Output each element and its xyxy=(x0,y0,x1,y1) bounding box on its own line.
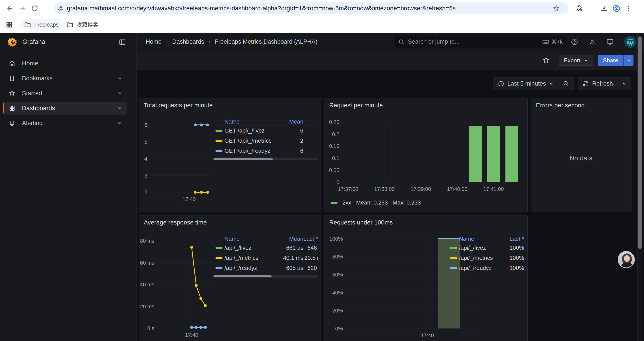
sidebar-item-starred[interactable]: Starred xyxy=(3,87,127,100)
legend-series-name[interactable]: 2xx xyxy=(342,199,351,206)
svg-text:20 ms: 20 ms xyxy=(140,303,154,309)
export-button[interactable]: Export xyxy=(559,55,593,66)
svg-text:0 s: 0 s xyxy=(147,325,154,331)
legend-row: GET /api/_/livez6 xyxy=(212,126,318,136)
breadcrumb-home[interactable]: Home xyxy=(146,38,162,45)
svg-text:17:41:00: 17:41:00 xyxy=(483,186,504,192)
kiosk-monitor-icon[interactable] xyxy=(606,38,614,46)
page-scrollbar-thumb[interactable] xyxy=(638,37,642,249)
floating-assistant-avatar[interactable] xyxy=(618,251,635,268)
sidebar-item-bookmarks[interactable]: Bookmarks xyxy=(3,72,127,85)
svg-text:17:38:00: 17:38:00 xyxy=(374,186,394,192)
refresh-interval-dropdown[interactable] xyxy=(617,78,631,90)
menu-kebab-icon[interactable] xyxy=(622,2,635,15)
refresh-icon xyxy=(582,80,589,87)
share-button[interactable]: Share xyxy=(598,55,624,66)
news-rss-icon[interactable] xyxy=(589,38,596,46)
svg-text:0.05: 0.05 xyxy=(329,167,339,173)
breadcrumb: Home › Dashboards › Freeleaps Metrics Da… xyxy=(146,33,318,51)
bookmark-star-icon[interactable] xyxy=(553,5,560,12)
sidebar-item-alerting[interactable]: Alerting xyxy=(3,117,127,129)
legend-series-name[interactable]: GET /api/_/metrics xyxy=(224,137,279,144)
time-range-picker[interactable]: Last 5 minutes xyxy=(494,78,558,90)
legend-value-last: 100% xyxy=(498,254,524,261)
svg-text:17:40: 17:40 xyxy=(182,196,196,202)
share-dropdown-button[interactable] xyxy=(624,55,634,66)
breadcrumb-separator: › xyxy=(208,38,210,45)
favorite-star-icon[interactable] xyxy=(542,57,550,64)
search-input[interactable] xyxy=(408,38,542,45)
legend-header-mean[interactable]: Mean xyxy=(279,118,303,125)
back-icon[interactable] xyxy=(4,2,16,15)
chevron-down-icon xyxy=(626,58,631,63)
total-requests-chart[interactable]: 6543217:40 xyxy=(150,122,212,195)
apps-grid-icon[interactable] xyxy=(6,21,13,28)
site-settings-icon[interactable] xyxy=(57,5,64,12)
grafana-logo-icon[interactable] xyxy=(8,37,18,47)
svg-text:17:40: 17:40 xyxy=(185,332,198,338)
legend-series-name[interactable]: /api/_/livez xyxy=(224,244,279,251)
reload-icon[interactable] xyxy=(28,2,41,15)
legend-series-name[interactable]: /api/_/readyz xyxy=(459,265,498,271)
sidebar-item-home[interactable]: Home xyxy=(3,57,127,70)
bookmark-folder-blogs[interactable]: 收藏博客 xyxy=(62,19,102,31)
bookmark-folder-freeleaps[interactable]: Freeleaps xyxy=(20,19,62,31)
bookmarks-divider xyxy=(15,21,15,29)
profile-icon[interactable] xyxy=(610,2,622,15)
svg-text:60%: 60% xyxy=(332,272,343,278)
series-swatch xyxy=(216,247,222,249)
legend-header-row: NameMeanLast * xyxy=(212,235,318,243)
legend-series-name[interactable]: /api/_/readyz xyxy=(224,265,279,271)
refresh-button[interactable]: Refresh xyxy=(578,78,617,90)
legend-header-mean[interactable]: Mean xyxy=(279,235,303,242)
sidebar-item-dashboards[interactable]: Dashboards xyxy=(3,102,127,115)
address-bar[interactable] xyxy=(54,3,568,14)
legend-series-name[interactable]: /api/_/metrics xyxy=(459,254,498,261)
legend-header-name[interactable]: Name xyxy=(224,235,279,242)
sidebar: HomeBookmarksStarredDashboardsAlerting xyxy=(0,51,136,341)
sidebar-toggle-icon[interactable] xyxy=(118,38,127,47)
legend-series-name[interactable]: GET /api/_/livez xyxy=(224,127,279,134)
chevron-down-icon[interactable] xyxy=(117,106,122,111)
legend-scrollbar-thumb[interactable] xyxy=(214,275,272,277)
extensions-icon[interactable] xyxy=(573,2,585,15)
download-icon[interactable] xyxy=(598,2,610,15)
help-icon[interactable] xyxy=(571,38,578,46)
nav-icon-group xyxy=(569,33,636,51)
legend-header-row: NameMean xyxy=(212,118,318,126)
panel-average-response-time: Average response time 80 ms60 ms40 ms20 … xyxy=(139,215,321,341)
legend-scrollbar-thumb[interactable] xyxy=(214,158,273,160)
sidebar-item-label: Alerting xyxy=(22,120,117,127)
average-response-chart[interactable]: 80 ms60 ms40 ms20 ms0 s17:40 xyxy=(157,237,212,331)
page-scrollbar xyxy=(638,33,642,341)
keyboard-icon xyxy=(542,38,549,46)
legend-scrollbar xyxy=(212,158,318,160)
search-bar[interactable]: ⌘+k xyxy=(394,36,567,48)
svg-text:40 ms: 40 ms xyxy=(140,281,154,287)
legend-header-name[interactable]: Name xyxy=(224,118,279,125)
url-input[interactable] xyxy=(67,5,553,12)
request-per-minute-chart[interactable]: 0.250.20.150.10.05017:37:0017:38:0017:39… xyxy=(342,119,524,184)
home-icon xyxy=(9,60,15,67)
zoom-out-button[interactable] xyxy=(558,78,574,90)
legend-value-mean: 40.1 ms xyxy=(279,254,303,261)
chevron-down-icon[interactable] xyxy=(117,76,122,81)
grid-icon xyxy=(9,105,15,112)
breadcrumb-dashboards[interactable]: Dashboards xyxy=(172,38,204,45)
svg-text:0.25: 0.25 xyxy=(329,119,339,125)
svg-text:60 ms: 60 ms xyxy=(140,260,154,266)
panel-title: Average response time xyxy=(144,219,207,226)
chevron-down-icon xyxy=(622,81,627,86)
user-avatar[interactable] xyxy=(624,36,636,48)
legend-header-last[interactable]: Last * xyxy=(303,235,318,242)
chevron-down-icon[interactable] xyxy=(117,91,122,96)
search-shortcut: ⌘+k xyxy=(542,38,563,46)
chevron-down-icon[interactable] xyxy=(117,121,122,126)
legend-series-name[interactable]: /api/_/livez xyxy=(459,244,498,251)
legend-header-last[interactable]: Last * xyxy=(498,235,524,242)
legend-header-name[interactable]: Name xyxy=(459,235,498,242)
legend-series-name[interactable]: GET /api/_/readyz xyxy=(224,147,279,154)
star-icon xyxy=(9,90,15,97)
forward-icon[interactable] xyxy=(16,2,28,15)
legend-series-name[interactable]: /api/_/metrics xyxy=(224,254,279,261)
